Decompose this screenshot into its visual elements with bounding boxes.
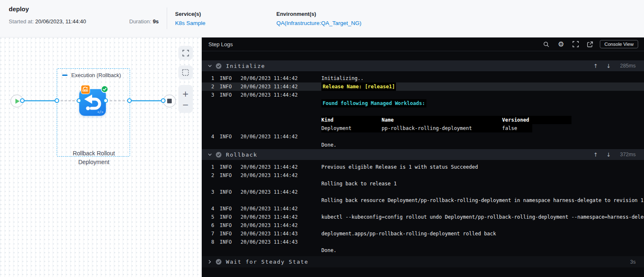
log-line[interactable]: Kind Name Versioned <box>202 116 644 124</box>
gear-icon: ⚙ <box>558 41 564 48</box>
log-line[interactable]: Done. <box>202 141 644 149</box>
canvas-zoom-control[interactable]: + − <box>178 85 193 113</box>
log-settings-button[interactable]: ⚙ <box>556 39 566 50</box>
log-message: Done. <box>321 141 336 149</box>
log-level: INFO <box>220 171 235 180</box>
log-line[interactable]: Found following Managed Workloads: <box>202 99 644 107</box>
log-scroll-area[interactable]: Initialize↑↓285ms1INFO20/06/2023 11:44:4… <box>202 51 644 267</box>
rollback-step-node[interactable]: </> <box>79 89 106 116</box>
log-section-title: Rollback <box>226 152 257 158</box>
log-line[interactable]: 1INFO20/06/2023 11:44:42Initializing.. <box>202 74 644 82</box>
chevron-down-icon[interactable] <box>205 152 214 157</box>
scroll-to-bottom-icon[interactable]: ↓ <box>604 152 613 158</box>
success-check-icon <box>101 85 108 95</box>
log-message: Deployment pp-rollback-rolling-deploymen… <box>321 124 532 132</box>
services-label: Service(s) <box>175 11 205 17</box>
log-section-title: Initialize <box>226 63 265 69</box>
chevron-down-icon[interactable] <box>205 64 214 68</box>
scroll-to-top-icon[interactable]: ↑ <box>591 152 600 158</box>
log-level: INFO <box>220 213 235 221</box>
scroll-to-top-icon[interactable]: ↑ <box>591 63 600 69</box>
log-line[interactable]: Rolling back resource Deployment/pp-roll… <box>202 196 644 205</box>
log-timestamp: 20/06/2023 11:44:42 <box>241 213 314 221</box>
console-view-button[interactable]: Console View <box>600 40 638 48</box>
log-open-in-new-button[interactable] <box>585 39 596 50</box>
chevron-right-icon[interactable] <box>205 260 214 264</box>
log-section-header-initialize[interactable]: Initialize↑↓285ms <box>202 60 644 71</box>
started-at: Started at: 20/06/2023, 11:44:40 <box>9 18 86 25</box>
log-line[interactable]: Deployment pp-rollback-rolling-deploymen… <box>202 124 644 132</box>
log-line[interactable]: 5INFO20/06/2023 11:44:42kubectl --kubeco… <box>202 213 644 221</box>
execution-header: deploy Started at: 20/06/2023, 11:44:40 … <box>0 0 644 37</box>
log-section-header-wait-for-steady-state[interactable]: Wait for Steady State3s <box>202 256 644 267</box>
header-divider <box>167 7 167 29</box>
log-message: Initializing.. <box>321 74 363 82</box>
log-fullscreen-button[interactable] <box>570 39 581 50</box>
environment-link[interactable]: QA(Infrastructure:QA_Target_NG) <box>276 20 361 26</box>
log-timestamp: 20/06/2023 11:44:42 <box>241 171 314 180</box>
line-number: 5 <box>208 213 214 221</box>
log-line[interactable]: Rolling back to release 1 <box>202 180 644 188</box>
service-link[interactable]: K8s Sample <box>175 20 205 26</box>
line-number: 2 <box>208 82 214 91</box>
success-check-icon <box>216 259 222 265</box>
log-line[interactable]: 6INFO20/06/2023 11:44:42 <box>202 221 644 230</box>
code-glyph: </> <box>98 110 103 114</box>
log-line[interactable]: 3INFO20/06/2023 11:44:42 <box>202 188 644 196</box>
log-line[interactable]: 1INFO20/06/2023 11:44:42Previous eligibl… <box>202 163 644 171</box>
log-section-header-rollback[interactable]: Rollback↑↓372ms <box>202 149 644 160</box>
log-level: INFO <box>220 221 235 230</box>
log-line[interactable]: 2INFO20/06/2023 11:44:42Release Name: [r… <box>202 82 644 91</box>
log-message: Rolling back resource Deployment/pp-roll… <box>321 196 644 205</box>
section-duration: 285ms <box>616 63 636 69</box>
zoom-out-icon[interactable]: − <box>182 99 189 110</box>
port <box>55 98 59 103</box>
log-level: INFO <box>220 205 235 213</box>
log-message: kubectl --kubeconfig=config rollout undo… <box>321 213 644 221</box>
log-message: Previous eligible Release is 1 with stat… <box>321 163 478 171</box>
fullscreen-icon <box>572 41 579 47</box>
line-number: 1 <box>208 163 214 171</box>
log-line[interactable] <box>202 107 644 116</box>
started-at-value: 20/06/2023, 11:44:40 <box>35 18 86 25</box>
open-in-new-icon <box>587 41 593 47</box>
log-line[interactable]: 2INFO20/06/2023 11:44:42 <box>202 171 644 180</box>
execution-group-label: Execution (Rollback) <box>71 72 121 78</box>
log-timestamp: 20/06/2023 11:44:42 <box>241 82 314 91</box>
canvas-controls: + − <box>178 46 193 113</box>
log-line[interactable]: Done. <box>202 246 644 255</box>
scroll-to-bottom-icon[interactable]: ↓ <box>604 63 613 69</box>
canvas-fit-view-button[interactable] <box>178 46 193 60</box>
duration-value: 9s <box>153 18 158 25</box>
log-toolbar: Step Logs ⚙ <box>202 37 644 51</box>
collapse-icon[interactable] <box>62 75 68 76</box>
log-timestamp: 20/06/2023 11:44:42 <box>241 74 314 82</box>
log-message: deployment.apps/pp-rollback-rolling-depl… <box>321 230 496 238</box>
started-at-label: Started at: <box>9 18 34 25</box>
log-message: Found following Managed Workloads: <box>321 99 426 107</box>
port <box>103 98 108 103</box>
log-timestamp: 20/06/2023 11:44:43 <box>241 238 314 246</box>
port <box>77 98 81 103</box>
log-timestamp: 20/06/2023 11:44:42 <box>241 221 314 230</box>
canvas-select-button[interactable] <box>178 65 193 80</box>
line-number: 8 <box>208 238 214 246</box>
log-section-body-rollback: 1INFO20/06/2023 11:44:42Previous eligibl… <box>202 160 644 255</box>
line-number: 3 <box>208 188 214 196</box>
log-line[interactable]: 7INFO20/06/2023 11:44:43deployment.apps/… <box>202 230 644 238</box>
pipeline-canvas[interactable]: Execution (Rollback) </> <box>0 37 202 277</box>
log-search-button[interactable] <box>541 39 552 50</box>
port <box>127 98 132 103</box>
log-line[interactable]: 4INFO20/06/2023 11:44:42 <box>202 205 644 213</box>
duration: Duration: 9s <box>129 18 159 25</box>
line-number: 4 <box>208 205 214 213</box>
log-line[interactable]: 8INFO20/06/2023 11:44:43 <box>202 238 644 246</box>
line-number: 2 <box>208 171 214 180</box>
zoom-in-icon[interactable]: + <box>182 88 189 99</box>
log-level: INFO <box>220 238 235 246</box>
log-line[interactable]: 3INFO20/06/2023 11:44:42 <box>202 91 644 99</box>
line-number: 7 <box>208 230 214 238</box>
log-line[interactable]: 4INFO20/06/2023 11:44:42 <box>202 132 644 141</box>
port <box>161 98 165 103</box>
environments-column: Environment(s) QA(Infrastructure:QA_Targ… <box>276 11 361 26</box>
